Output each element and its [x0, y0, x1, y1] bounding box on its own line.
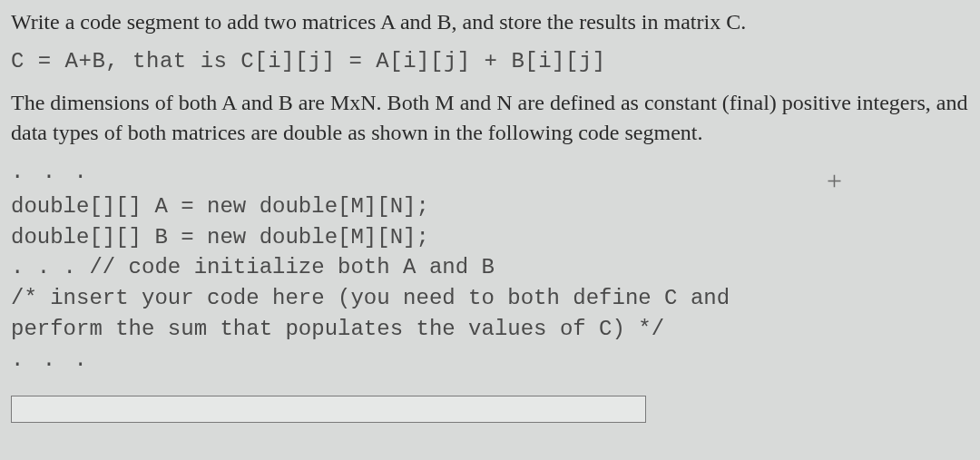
formula-mid-text: that is: [119, 49, 240, 73]
question-block: Write a code segment to add two matrices…: [11, 7, 969, 423]
code-line-1: double[][] A = new double[M][N];: [11, 191, 969, 222]
code-line-5: perform the sum that populates the value…: [11, 314, 969, 345]
formula-left: C = A+B,: [11, 49, 119, 73]
formula-expr: C[i][j] = A[i][j] + B[i][j]: [240, 49, 605, 73]
intro-paragraph: Write a code segment to add two matrices…: [11, 7, 969, 36]
code-line-4: /* insert your code here (you need to bo…: [11, 283, 969, 314]
ellipsis-top: . . .: [11, 160, 969, 184]
dimensions-paragraph: The dimensions of both A and B are MxN. …: [11, 88, 969, 147]
code-block: double[][] A = new double[M][N]; double[…: [11, 191, 969, 344]
answer-input[interactable]: [11, 396, 646, 423]
code-line-3: . . . // code initialize both A and B: [11, 252, 969, 283]
formula-line: C = A+B, that is C[i][j] = A[i][j] + B[i…: [11, 49, 969, 73]
ellipsis-bottom: . . .: [11, 347, 969, 372]
code-line-2: double[][] B = new double[M][N];: [11, 222, 969, 253]
plus-icon: +: [827, 165, 842, 196]
